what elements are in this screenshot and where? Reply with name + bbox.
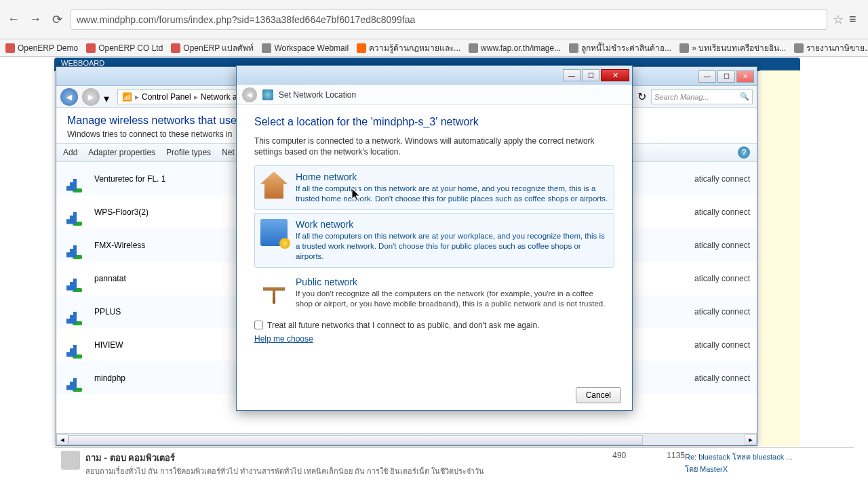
- wifi-icon: [63, 167, 90, 191]
- public-network-option[interactable]: Public network If you don't recognize al…: [254, 270, 614, 315]
- bookmark-item[interactable]: OpenERP แปลศัพท์: [171, 41, 254, 54]
- network-name: WPS-Floor3(2): [94, 207, 149, 217]
- dialog-back-button[interactable]: ◄: [242, 87, 257, 102]
- help-icon[interactable]: ?: [738, 146, 750, 159]
- back-button[interactable]: ←: [5, 12, 22, 28]
- work-network-option[interactable]: Work network If all the computers on thi…: [254, 213, 614, 268]
- dialog-close-button[interactable]: ✕: [601, 69, 629, 81]
- network-auto-connect: atically connect: [694, 241, 750, 250]
- toolbar-network[interactable]: Net: [222, 148, 235, 157]
- bookmark-icon: [469, 43, 478, 53]
- dialog-nav: ◄ Set Network Location: [237, 85, 632, 105]
- bookmark-icon: [262, 43, 271, 53]
- home-network-option[interactable]: Home network If all the computers on thi…: [254, 165, 614, 210]
- network-auto-connect: atically connect: [694, 174, 750, 184]
- wifi-icon: [63, 333, 90, 357]
- work-icon: [260, 219, 288, 246]
- bookmark-item[interactable]: ความรู้ด้านกฎหมายและ...: [357, 41, 460, 54]
- public-icon: [260, 277, 288, 304]
- bookmark-icon: [171, 43, 180, 53]
- bookmark-item[interactable]: OpenERP CO Ltd: [86, 43, 163, 53]
- bookmark-icon: [569, 43, 578, 53]
- dialog-description: This computer is connected to a network.…: [254, 136, 614, 157]
- scroll-right-button[interactable]: ►: [745, 434, 757, 445]
- toolbar-profile[interactable]: Profile types: [166, 148, 211, 157]
- bookmark-label: OpenERP CO Ltd: [98, 43, 163, 53]
- network-location-dialog: — ☐ ✕ ◄ Set Network Location Select a lo…: [236, 65, 633, 411]
- home-network-title: Home network: [296, 171, 608, 182]
- bookmark-icon: [5, 43, 15, 53]
- thread-posts-count: 1135: [667, 451, 685, 460]
- public-network-desc: If you don't recognize all the computers…: [296, 289, 608, 309]
- wifi-icon: [63, 233, 90, 258]
- wifi-icon: [63, 266, 90, 291]
- bookmark-item[interactable]: Workspace Webmail: [262, 43, 349, 53]
- crumb-control-panel[interactable]: Control Panel: [142, 92, 191, 102]
- scroll-track[interactable]: [68, 434, 745, 445]
- close-button[interactable]: ✕: [736, 70, 754, 83]
- network-auto-connect: atically connect: [694, 373, 750, 383]
- toolbar-add[interactable]: Add: [63, 148, 77, 157]
- dialog-maximize-button[interactable]: ☐: [582, 69, 599, 81]
- dialog-titlebar[interactable]: — ☐ ✕: [237, 66, 632, 85]
- search-icon[interactable]: 🔍: [740, 92, 749, 101]
- bookmark-item[interactable]: www.fap.or.th/image...: [469, 43, 561, 53]
- treat-as-public-checkbox[interactable]: [254, 321, 263, 329]
- dialog-title-label: Set Network Location: [279, 90, 356, 100]
- chrome-menu-button[interactable]: ≡: [849, 12, 863, 26]
- toolbar-adapter[interactable]: Adapter properties: [88, 148, 155, 157]
- minimize-button[interactable]: —: [698, 70, 716, 83]
- network-auto-connect: atically connect: [694, 340, 750, 350]
- bookmark-item[interactable]: รายงานภาษีขาย...ส่งออก: [794, 41, 868, 54]
- refresh-icon[interactable]: ↻: [636, 90, 647, 103]
- nav-forward-button[interactable]: ►: [82, 88, 100, 106]
- dialog-heading: Select a location for the 'mindphp-s_3' …: [254, 116, 614, 128]
- bookmark-label: www.fap.or.th/image...: [481, 43, 561, 53]
- chevron-right-icon: ▸: [135, 92, 139, 102]
- home-icon: [260, 171, 288, 199]
- bookmark-star-icon[interactable]: ☆: [833, 12, 844, 27]
- thread-title[interactable]: ถาม - ตอบ คอมพิวเตอร์: [85, 451, 484, 465]
- network-auto-connect: atically connect: [694, 274, 750, 283]
- wifi-icon: [63, 366, 90, 390]
- bookmark-label: » บทเรียนบทเครือข่ายอิน...: [692, 41, 786, 54]
- network-name: HIVIEW: [94, 340, 123, 350]
- nav-back-button[interactable]: ◄: [60, 88, 78, 106]
- bookmark-label: OpenERP Demo: [18, 43, 78, 53]
- network-name: Venturetec for FL. 1: [94, 174, 165, 184]
- work-network-desc: If all the computers on this network are…: [296, 231, 608, 262]
- history-dropdown-icon[interactable]: ▾: [104, 92, 113, 102]
- address-bar[interactable]: www.mindphp.com/forums/index.php?sid=136…: [71, 9, 827, 30]
- reload-button[interactable]: ⟳: [49, 12, 65, 28]
- network-location-icon: [262, 89, 273, 100]
- cancel-button[interactable]: Cancel: [576, 387, 621, 403]
- bookmark-label: ลูกหนี้ไม่ชำระค่าสินค้าอ...: [581, 41, 671, 54]
- bookmark-icon: [86, 43, 96, 53]
- home-network-desc: If all the computers on this network are…: [296, 184, 608, 204]
- bookmark-item[interactable]: OpenERP Demo: [5, 43, 78, 53]
- bookmark-icon: [357, 43, 366, 53]
- wifi-icon: [63, 300, 90, 324]
- bookmark-item[interactable]: ลูกหนี้ไม่ชำระค่าสินค้าอ...: [569, 41, 671, 54]
- public-network-title: Public network: [296, 277, 608, 287]
- thread-icon: [61, 451, 80, 470]
- bookmark-label: OpenERP แปลศัพท์: [183, 41, 254, 54]
- thread-last-title[interactable]: Re: bluestack โหลด bluestack ...: [685, 451, 848, 463]
- work-network-title: Work network: [296, 219, 608, 230]
- bookmarks-bar: OpenERP DemoOpenERP CO LtdOpenERP แปลศัพ…: [0, 39, 868, 57]
- horizontal-scrollbar[interactable]: ◄ ►: [56, 433, 757, 445]
- help-me-choose-link[interactable]: Help me choose: [254, 334, 313, 344]
- bookmark-item[interactable]: » บทเรียนบทเครือข่ายอิน...: [679, 41, 786, 54]
- maximize-button[interactable]: ☐: [717, 70, 735, 83]
- forum-thread-row: ถาม - ตอบ คอมพิวเตอร์ สอบถามเรื่องทั่วไป…: [54, 447, 854, 488]
- network-name: PPLUS: [94, 307, 121, 317]
- forward-button[interactable]: →: [27, 12, 43, 28]
- bookmark-icon: [794, 43, 804, 53]
- scroll-thumb[interactable]: [68, 435, 643, 445]
- dialog-minimize-button[interactable]: —: [563, 69, 580, 81]
- bookmark-icon: [679, 43, 689, 53]
- network-name: FMX-Wireless: [94, 241, 145, 250]
- scroll-left-button[interactable]: ◄: [56, 434, 68, 445]
- search-input[interactable]: Search Manag... 🔍: [651, 89, 753, 104]
- network-name: mindphp: [94, 373, 125, 383]
